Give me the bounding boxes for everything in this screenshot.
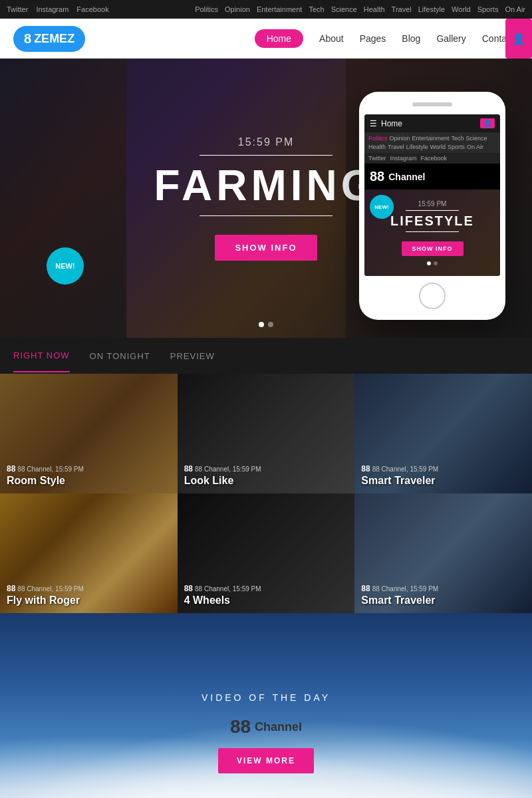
science-link[interactable]: Science <box>331 5 357 13</box>
grid-item-wheels-info: 88 88 Channel, 15:59 PM 4 Wheels <box>184 584 261 606</box>
mobile-nav-opinion: Opinion <box>390 135 410 142</box>
nav-about[interactable]: About <box>319 33 344 44</box>
show-info-button[interactable]: SHOW INFO <box>215 235 317 261</box>
new-badge: NEW! <box>47 247 84 285</box>
top-bar: Twitter Instagram Facebook Politics Opin… <box>0 0 532 19</box>
hero-divider-top <box>200 155 332 156</box>
grid-item-smart1[interactable]: 88 88 Channel, 15:59 PM Smart Traveler <box>354 374 532 493</box>
mobile-instagram: Instagram <box>390 155 417 162</box>
mobile-nav-health: Health <box>368 144 386 150</box>
grid-smart1-title: Smart Traveler <box>361 475 438 487</box>
nav-home[interactable]: Home <box>255 29 303 48</box>
mobile-channel-bar: 88 Channel <box>364 164 500 190</box>
mobile-slide-dots <box>371 261 493 265</box>
grid-item-smart2[interactable]: 88 88 Channel, 15:59 PM Smart Traveler <box>354 493 532 613</box>
grid-item-look[interactable]: 88 88 Channel, 15:59 PM Look Like <box>178 374 355 493</box>
grid-item-smart2-info: 88 88 Channel, 15:59 PM Smart Traveler <box>361 584 438 606</box>
mobile-show-info-button[interactable]: SHOW INFO <box>402 241 464 256</box>
mobile-nav-lifestyle: Lifestyle <box>406 144 428 150</box>
mobile-home-button[interactable] <box>419 283 446 309</box>
hamburger-icon: ☰ <box>370 119 377 128</box>
grid-smart1-channel: 88 88 Channel, 15:59 PM <box>361 464 438 473</box>
travel-link[interactable]: Travel <box>392 5 412 13</box>
slide-dot-2[interactable] <box>268 322 273 327</box>
grid-fly-title: Fly with Roger <box>7 595 84 606</box>
lifestyle-link[interactable]: Lifestyle <box>418 5 445 13</box>
grid-item-fly[interactable]: 88 88 Channel, 15:59 PM Fly with Roger <box>0 493 178 613</box>
mobile-divider-top <box>406 210 459 211</box>
grid-item-room-info: 88 88 Channel, 15:59 PM Room Style <box>7 464 84 487</box>
mobile-twitter: Twitter <box>368 155 386 162</box>
mobile-nav-sports: Sports <box>448 144 465 150</box>
grid-fly-channel: 88 88 Channel, 15:59 PM <box>7 584 84 593</box>
mobile-nav-politics: Politics <box>368 135 388 142</box>
video-section: VIDEO OF THE DAY 88 Channel VIEW MORE <box>0 613 532 798</box>
tab-preview[interactable]: PREVIEW <box>170 340 215 372</box>
mobile-topbar: ☰ Home 👤 <box>364 114 500 132</box>
mobile-nav-onair: On Air <box>467 144 483 150</box>
mobile-hero: NEW! 15:59 PM LIFESTYLE SHOW INFO <box>364 190 500 276</box>
hero-title: FARMING <box>154 161 378 210</box>
world-link[interactable]: World <box>452 5 471 13</box>
video-label: VIDEO OF THE DAY <box>201 692 331 703</box>
nav-gallery[interactable]: Gallery <box>436 33 466 44</box>
mobile-speaker <box>412 102 452 106</box>
grid-smart2-channel: 88 88 Channel, 15:59 PM <box>361 584 438 593</box>
user-button[interactable]: 👤 <box>505 19 532 59</box>
hero-left-bg <box>0 59 126 338</box>
tab-on-tonight[interactable]: ON TONIGHT <box>90 340 150 372</box>
on-air-link[interactable]: On Air <box>505 5 525 13</box>
logo-icon: 8 <box>24 31 31 47</box>
mobile-home-label: Home <box>381 119 402 128</box>
slide-dot-1[interactable] <box>259 322 264 327</box>
mobile-channel-number: 88 <box>370 169 384 184</box>
grid-look-title: Look Like <box>184 475 261 487</box>
mobile-social-bar: Twitter Instagram Facebook <box>364 153 500 164</box>
politics-link[interactable]: Politics <box>195 5 218 13</box>
hero-section: 15:59 PM FARMING SHOW INFO NEW! ☰ Home 👤… <box>0 59 532 338</box>
social-links: Twitter Instagram Facebook <box>7 5 109 13</box>
mobile-nav-travel: Travel <box>388 144 404 150</box>
mobile-channel-name: Channel <box>388 172 425 182</box>
opinion-link[interactable]: Opinion <box>225 5 250 13</box>
hero-time: 15:59 PM <box>154 136 378 148</box>
tab-bar: RIGHT NOW ON TONIGHT PREVIEW <box>0 338 532 374</box>
mobile-screen: ☰ Home 👤 Politics Opinion Entertainment … <box>364 114 500 276</box>
user-icon: 👤 <box>512 33 525 45</box>
grid-wheels-channel: 88 88 Channel, 15:59 PM <box>184 584 261 593</box>
mobile-nav-entertainment: Entertainment <box>412 135 450 142</box>
main-nav: 8 ZEMEZ Home About Pages Blog Gallery Co… <box>0 19 532 59</box>
view-more-button[interactable]: VIEW MORE <box>218 748 314 773</box>
mobile-dot-2 <box>434 261 438 265</box>
sports-link[interactable]: Sports <box>477 5 499 13</box>
video-channel-number: 88 <box>230 716 251 737</box>
health-link[interactable]: Health <box>364 5 385 13</box>
logo[interactable]: 8 ZEMEZ <box>13 26 85 52</box>
hero-divider-bottom <box>200 215 332 216</box>
category-nav: Politics Opinion Entertainment Tech Scie… <box>195 5 525 13</box>
mobile-nav-tech: Tech <box>452 135 464 142</box>
nav-pages[interactable]: Pages <box>360 33 386 44</box>
video-content: VIDEO OF THE DAY 88 Channel VIEW MORE <box>201 692 331 773</box>
video-channel: 88 Channel <box>201 716 331 737</box>
mobile-divider-bottom <box>406 231 459 232</box>
tab-right-now[interactable]: RIGHT NOW <box>13 340 70 372</box>
instagram-link[interactable]: Instagram <box>36 5 68 13</box>
grid-item-smart1-info: 88 88 Channel, 15:59 PM Smart Traveler <box>361 464 438 487</box>
video-channel-name: Channel <box>255 720 302 734</box>
mobile-nav-world: World <box>430 144 446 150</box>
grid-item-fly-info: 88 88 Channel, 15:59 PM Fly with Roger <box>7 584 84 606</box>
nav-links: Home About Pages Blog Gallery Contacts <box>255 29 519 48</box>
logo-text: ZEMEZ <box>34 32 74 46</box>
facebook-link[interactable]: Facebook <box>76 5 108 13</box>
grid-smart2-title: Smart Traveler <box>361 595 438 606</box>
hero-content: 15:59 PM FARMING SHOW INFO <box>154 136 378 261</box>
entertainment-link[interactable]: Entertainment <box>257 5 302 13</box>
twitter-link[interactable]: Twitter <box>7 5 28 13</box>
nav-blog[interactable]: Blog <box>402 33 420 44</box>
tech-link[interactable]: Tech <box>309 5 324 13</box>
mobile-nav-pills: Politics Opinion Entertainment Tech Scie… <box>364 132 500 153</box>
grid-item-wheels[interactable]: 88 88 Channel, 15:59 PM 4 Wheels <box>178 493 355 613</box>
grid-item-room[interactable]: 88 88 Channel, 15:59 PM Room Style <box>0 374 178 493</box>
grid-room-channel: 88 88 Channel, 15:59 PM <box>7 464 84 473</box>
